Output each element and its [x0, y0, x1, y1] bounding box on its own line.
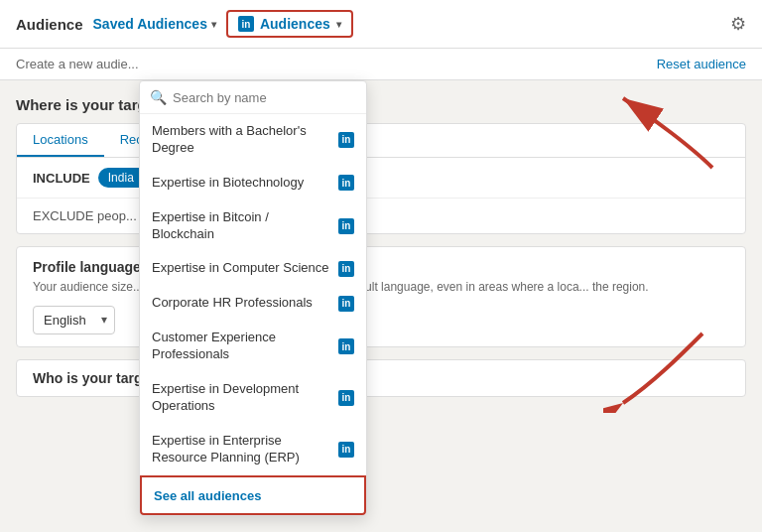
reset-audience-link[interactable]: Reset audience	[657, 57, 746, 71]
tab-locations[interactable]: Locations	[17, 124, 104, 157]
saved-audiences-button[interactable]: Saved Audiences ▾	[93, 16, 216, 32]
dropdown-item-text-3: Expertise in Computer Science	[152, 260, 338, 277]
dropdown-item-text-5: Customer Experience Professionals	[152, 330, 338, 363]
linkedin-badge-1: in	[338, 175, 354, 191]
dropdown-item-6[interactable]: Expertise in Development Operations in	[140, 372, 366, 424]
linkedin-badge-3: in	[338, 261, 354, 277]
dropdown-item-5[interactable]: Customer Experience Professionals in	[140, 321, 366, 372]
dropdown-item-text-6: Expertise in Development Operations	[152, 381, 338, 415]
page-wrapper: Audience Saved Audiences ▾ in Audiences …	[0, 0, 762, 532]
audiences-button[interactable]: in Audiences ▾	[226, 10, 353, 38]
dropdown-item-text-0: Members with a Bachelor's Degree	[152, 123, 338, 157]
linkedin-badge-5: in	[338, 338, 354, 354]
dropdown-item-text-2: Expertise in Bitcoin / Blockchain	[152, 209, 338, 243]
create-bar: Create a new audie... Reset audience	[0, 49, 762, 80]
exclude-text: EXCLUDE peop...	[33, 208, 137, 223]
linkedin-badge-7: in	[338, 442, 354, 458]
linkedin-badge-2: in	[338, 218, 354, 234]
language-select-wrapper: English	[33, 306, 115, 334]
dropdown-item-3[interactable]: Expertise in Computer Science in	[140, 251, 366, 286]
search-input[interactable]	[173, 90, 356, 105]
location-tabs: Locations Rece...	[17, 124, 745, 158]
dropdown-item-7[interactable]: Expertise in Enterprise Resource Plannin…	[140, 424, 366, 475]
create-text: Create a new audie...	[16, 57, 139, 71]
audiences-chevron: ▾	[336, 19, 341, 30]
see-all-link: See all audiences	[154, 488, 261, 503]
header-right: ⚙	[730, 13, 746, 35]
saved-audiences-chevron: ▾	[211, 19, 216, 30]
india-tag-text: India	[108, 171, 134, 185]
linkedin-badge-0: in	[338, 132, 354, 148]
gear-icon[interactable]: ⚙	[730, 13, 746, 35]
profile-language-card: Profile language Your audience size... e…	[16, 246, 746, 347]
exclude-row: EXCLUDE peop...	[17, 198, 745, 233]
who-target-text: Who is your targ...	[33, 370, 154, 386]
linkedin-badge-4: in	[338, 296, 354, 312]
include-row: INCLUDE India ✕ + A...	[17, 158, 745, 198]
header-bar: Audience Saved Audiences ▾ in Audiences …	[0, 0, 762, 49]
dropdown-item-text-7: Expertise in Enterprise Resource Plannin…	[152, 433, 338, 466]
language-select[interactable]: English	[33, 306, 115, 334]
dropdown-item-text-1: Expertise in Biotechnology	[152, 175, 338, 192]
profile-language-title: Profile language	[33, 259, 729, 275]
profile-language-desc: Your audience size... ed here. English m…	[33, 279, 729, 296]
linkedin-icon: in	[238, 16, 254, 32]
dropdown-item-4[interactable]: Corporate HR Professionals in	[140, 286, 366, 321]
dropdown-item-0[interactable]: Members with a Bachelor's Degree in	[140, 114, 366, 166]
main-content: Where is your targ... Locations Rece... …	[0, 80, 762, 413]
dropdown-item-1[interactable]: Expertise in Biotechnology in	[140, 166, 366, 200]
audience-label: Audience	[16, 16, 83, 33]
linkedin-badge-6: in	[338, 390, 354, 406]
search-icon: 🔍	[150, 89, 167, 105]
saved-audiences-label: Saved Audiences	[93, 16, 207, 32]
audiences-dropdown: 🔍 Members with a Bachelor's Degree in Ex…	[139, 80, 367, 516]
dropdown-item-2[interactable]: Expertise in Bitcoin / Blockchain in	[140, 200, 366, 252]
audiences-label: Audiences	[260, 16, 330, 32]
where-section-title: Where is your targ...	[16, 96, 746, 113]
dropdown-search-row: 🔍	[140, 81, 366, 114]
include-label: INCLUDE	[33, 171, 90, 186]
who-target-bar: Who is your targ...	[16, 359, 746, 397]
location-card: Locations Rece... INCLUDE India ✕ + A...…	[16, 123, 746, 234]
see-all-row[interactable]: See all audiences	[140, 475, 366, 515]
dropdown-item-text-4: Corporate HR Professionals	[152, 295, 338, 312]
